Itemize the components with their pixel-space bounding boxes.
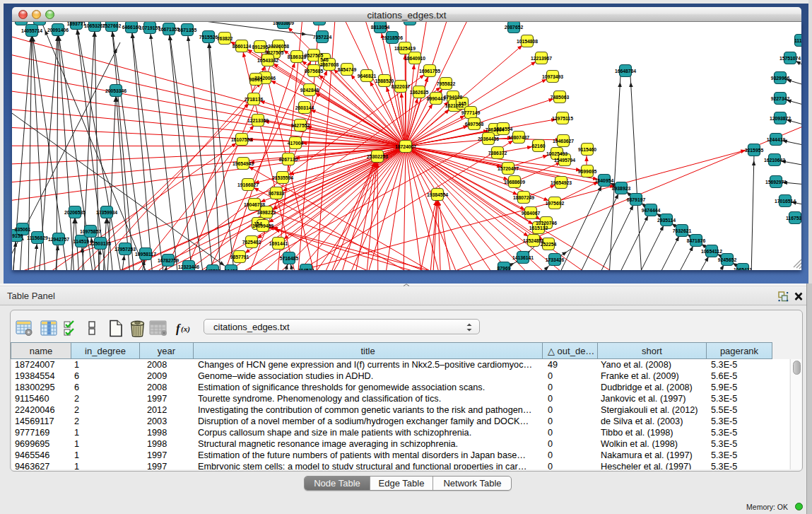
svg-text:1065411: 1065411 — [734, 267, 752, 271]
svg-text:8322037: 8322037 — [392, 84, 411, 89]
svg-text:891295: 891295 — [252, 45, 269, 49]
svg-text:12975115: 12975115 — [552, 116, 573, 121]
svg-text:1691441: 1691441 — [269, 241, 288, 246]
svg-text:10688609: 10688609 — [504, 180, 525, 185]
svg-text:18640910: 18640910 — [404, 56, 425, 61]
svg-text:7625402: 7625402 — [242, 240, 261, 245]
svg-text:19654943: 19654943 — [233, 161, 254, 166]
svg-text:6466160: 6466160 — [122, 25, 141, 30]
svg-text:10958117: 10958117 — [135, 252, 156, 257]
svg-text:10807487: 10807487 — [508, 135, 529, 140]
svg-text:20364436: 20364436 — [478, 136, 499, 141]
svg-text:19166827: 19166827 — [237, 182, 259, 187]
svg-text:10046738: 10046738 — [244, 202, 265, 207]
svg-text:98901: 98901 — [249, 77, 263, 82]
svg-text:39159: 39159 — [12, 233, 23, 238]
svg-text:417004: 417004 — [288, 141, 304, 146]
svg-text:1588520: 1588520 — [375, 78, 394, 83]
svg-text:845736: 845736 — [205, 269, 221, 271]
svg-text:6879197: 6879197 — [627, 197, 646, 202]
svg-text:7485063: 7485063 — [551, 95, 570, 100]
svg-text:19463627: 19463627 — [553, 139, 574, 144]
svg-text:2603144: 2603144 — [295, 105, 314, 110]
svg-text:10973493: 10973493 — [542, 74, 563, 79]
svg-text:14099489: 14099489 — [252, 223, 273, 228]
svg-text:9084067: 9084067 — [522, 211, 541, 216]
svg-text:19218506: 19218506 — [382, 35, 403, 40]
svg-text:16033809: 16033809 — [273, 22, 294, 25]
svg-text:104522: 104522 — [298, 268, 314, 271]
svg-text:8675685: 8675685 — [305, 69, 324, 74]
svg-text:1893771: 1893771 — [67, 22, 86, 26]
svg-text:7357224: 7357224 — [313, 35, 332, 40]
svg-text:5716485: 5716485 — [280, 256, 299, 261]
svg-text:9427552: 9427552 — [291, 123, 310, 128]
svg-text:7632621: 7632621 — [673, 228, 692, 233]
svg-text:3498222: 3498222 — [257, 210, 276, 215]
svg-text:1733426: 1733426 — [546, 257, 565, 262]
svg-text:17016514: 17016514 — [775, 199, 796, 204]
svg-text:10025433: 10025433 — [546, 151, 567, 156]
svg-text:87969: 87969 — [498, 266, 511, 271]
svg-text:15720407: 15720407 — [498, 166, 519, 171]
svg-text:252254: 252254 — [541, 242, 557, 247]
svg-text:7955822: 7955822 — [437, 81, 456, 86]
svg-text:8267130: 8267130 — [279, 157, 298, 162]
svg-text:9646821: 9646821 — [358, 74, 377, 78]
svg-text:1615132: 1615132 — [529, 226, 548, 230]
svg-text:8938923: 8938923 — [612, 186, 631, 191]
svg-text:23226058: 23226058 — [268, 44, 289, 49]
svg-text:9777149: 9777149 — [461, 110, 481, 115]
svg-text:8186328: 8186328 — [288, 54, 307, 59]
svg-text:9242848: 9242848 — [300, 88, 319, 93]
svg-text:8471876: 8471876 — [687, 238, 706, 243]
svg-text:92450: 92450 — [225, 269, 238, 271]
svg-text:15692971: 15692971 — [765, 180, 787, 185]
svg-text:10120746: 10120746 — [536, 221, 557, 226]
svg-text:16107553: 16107553 — [231, 137, 252, 142]
svg-text:15495794: 15495794 — [554, 158, 575, 163]
svg-text:12213967: 12213967 — [531, 56, 552, 61]
svg-text:546: 546 — [320, 57, 329, 62]
svg-text:18807249: 18807249 — [513, 195, 534, 200]
svg-text:2867608: 2867608 — [320, 62, 339, 67]
svg-text:7515526: 7515526 — [199, 35, 218, 40]
svg-text:1167534: 1167534 — [786, 216, 801, 221]
svg-text:7386372: 7386372 — [488, 151, 507, 156]
svg-text:8660124: 8660124 — [233, 44, 252, 49]
svg-text:9857791: 9857791 — [230, 255, 249, 259]
svg-text:3215955: 3215955 — [745, 148, 764, 153]
svg-text:9699695: 9699695 — [578, 169, 597, 174]
svg-text:20206535: 20206535 — [64, 210, 86, 215]
svg-text:1975692: 1975692 — [546, 201, 565, 206]
svg-text:16961755: 16961755 — [419, 69, 440, 74]
svg-text:9474444: 9474444 — [642, 208, 661, 213]
svg-text:20091406: 20091406 — [47, 28, 69, 33]
svg-text:16671355: 16671355 — [158, 27, 180, 32]
svg-text:835061: 835061 — [15, 227, 31, 232]
svg-text:14136141: 14136141 — [512, 255, 534, 260]
svg-text:1362635: 1362635 — [410, 90, 429, 95]
svg-text:6497568: 6497568 — [465, 122, 484, 127]
svg-text:19384554: 19384554 — [427, 192, 448, 197]
svg-text:1640954: 1640954 — [595, 178, 614, 183]
svg-text:16648784: 16648784 — [615, 69, 636, 74]
svg-text:17957253: 17957253 — [114, 247, 136, 252]
svg-text:10975857: 10975857 — [80, 229, 101, 234]
svg-text:11174: 11174 — [794, 38, 801, 43]
svg-text:18325419: 18325419 — [394, 46, 416, 51]
svg-text:8454749: 8454749 — [338, 67, 357, 72]
svg-text:2087652: 2087652 — [505, 25, 524, 30]
svg-text:16210643: 16210643 — [764, 158, 785, 163]
svg-text:8813054: 8813054 — [371, 25, 390, 30]
svg-text:11156829: 11156829 — [27, 235, 48, 240]
svg-text:12213369: 12213369 — [247, 118, 269, 123]
svg-text:16782759: 16782759 — [158, 258, 179, 263]
svg-text:19654923: 19654923 — [551, 180, 572, 185]
svg-text:9227342: 9227342 — [771, 96, 790, 101]
svg-text:1527602: 1527602 — [102, 23, 122, 28]
svg-text:10154808: 10154808 — [517, 39, 538, 44]
svg-text:9329966: 9329966 — [771, 76, 790, 81]
svg-text:25302253: 25302253 — [367, 154, 388, 159]
svg-text:2718176: 2718176 — [245, 97, 264, 102]
